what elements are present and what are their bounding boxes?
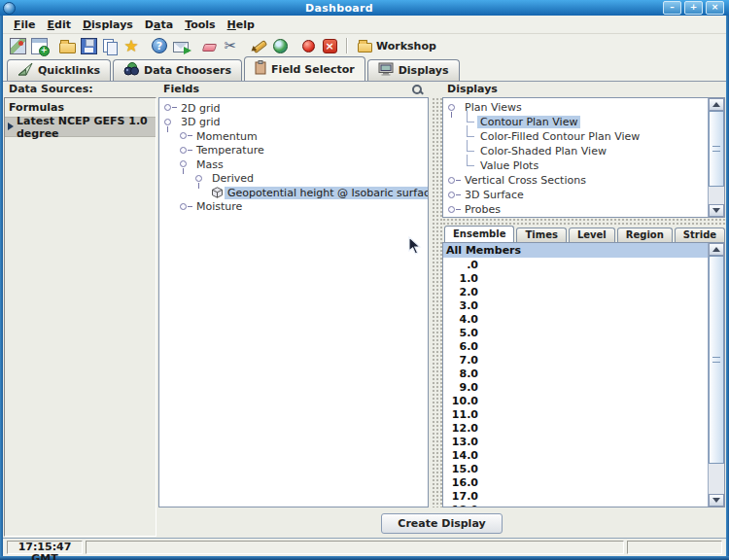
data-source-latest-ncep-gefs-1-0-degree[interactable]: Latest NCEP GEFS 1.0 degree <box>5 118 156 137</box>
tree-item-mass[interactable]: Mass <box>159 158 428 172</box>
ensemble-item-4-0[interactable]: 4.0 <box>443 312 708 326</box>
tree-toggle-icon[interactable] <box>448 191 462 200</box>
tab-field-selector[interactable]: Field Selector <box>244 56 365 81</box>
subset-tab-times[interactable]: Times <box>516 228 566 242</box>
vertical-splitter[interactable] <box>432 97 442 508</box>
record-button[interactable] <box>297 35 319 56</box>
ensemble-item-8-0[interactable]: 8.0 <box>443 367 708 380</box>
scroll-up-button[interactable] <box>709 98 724 111</box>
tree-item-2d-grid[interactable]: 2D grid <box>159 101 428 116</box>
ensemble-item-1-0[interactable]: 1.0 <box>443 271 708 285</box>
tree-toggle-icon[interactable] <box>180 159 193 169</box>
scroll-down-button[interactable] <box>709 494 724 507</box>
menu-tools[interactable]: Tools <box>179 18 221 32</box>
search-icon[interactable] <box>411 84 423 95</box>
minimize-button[interactable]: – <box>663 1 681 15</box>
new-window-button[interactable] <box>28 35 50 56</box>
subset-tab-ensemble[interactable]: Ensemble <box>444 226 514 242</box>
tree-toggle-icon[interactable] <box>448 205 462 215</box>
open-folder-button[interactable] <box>56 35 78 56</box>
toolbar-separator <box>346 38 348 53</box>
scrollbar-track[interactable] <box>709 256 724 494</box>
ensemble-item-12-0[interactable]: 12.0 <box>443 421 708 435</box>
scrollbar-track[interactable] <box>709 111 724 204</box>
tree-toggle-icon[interactable] <box>195 174 209 184</box>
favorite-button[interactable]: ★ <box>121 35 142 56</box>
subset-tab-region[interactable]: Region <box>617 228 673 242</box>
scroll-down-button[interactable] <box>709 204 724 217</box>
menu-data[interactable]: Data <box>139 18 179 32</box>
ensemble-item-18-0[interactable]: 18.0 <box>443 503 708 508</box>
maximize-button[interactable]: + <box>684 1 703 15</box>
ensemble-item-10-0[interactable]: 10.0 <box>443 394 708 407</box>
delete-button[interactable]: × <box>319 35 340 56</box>
close-button[interactable]: × <box>706 1 724 15</box>
tree-toggle-icon[interactable] <box>164 103 178 113</box>
globe-button[interactable] <box>269 35 291 56</box>
ensemble-item-17-0[interactable]: 17.0 <box>443 489 708 503</box>
help-button[interactable]: ? <box>149 35 170 56</box>
ensemble-item-9-0[interactable]: 9.0 <box>443 380 708 394</box>
menu-help[interactable]: Help <box>222 18 260 32</box>
displays-scrollbar[interactable] <box>708 98 724 217</box>
save-button[interactable] <box>78 35 99 56</box>
scroll-up-button[interactable] <box>709 243 724 256</box>
ensemble-item-16-0[interactable]: 16.0 <box>443 475 708 489</box>
tree-item-color-filled-contour-plan-view[interactable]: Color-Filled Contour Plan View <box>443 129 708 144</box>
ensemble-scrollbar[interactable] <box>708 243 724 507</box>
scrollbar-thumb[interactable] <box>709 111 724 187</box>
cut-button[interactable]: ✂ <box>220 35 241 56</box>
menu-file[interactable]: File <box>8 18 42 32</box>
ensemble-value: 6.0 <box>443 340 478 353</box>
subset-tab-level[interactable]: Level <box>569 228 615 242</box>
ensemble-item-7-0[interactable]: 7.0 <box>443 353 708 367</box>
tree-item-color-shaded-plan-view[interactable]: Color-Shaded Plan View <box>443 144 708 158</box>
ensemble-item-6-0[interactable]: 6.0 <box>443 339 708 353</box>
ensemble-item-3-0[interactable]: 3.0 <box>443 298 708 312</box>
eraser-button[interactable] <box>198 35 220 56</box>
tree-item-derived[interactable]: Derived <box>159 172 428 187</box>
subset-tab-stride[interactable]: Stride <box>675 228 725 242</box>
copy-button[interactable] <box>99 35 121 56</box>
tab-displays[interactable]: Displays <box>367 59 460 81</box>
menu-edit[interactable]: Edit <box>42 18 77 32</box>
ensemble-item-0[interactable]: .0 <box>443 258 708 271</box>
tree-item-geopotential-height-isobaric-surface[interactable]: Geopotential height @ Isobaric surface <box>159 186 428 200</box>
tree-toggle-icon[interactable] <box>164 118 178 127</box>
tree-item-moisture[interactable]: Moisture <box>159 200 428 215</box>
tree-item-probes[interactable]: Probes <box>443 202 708 217</box>
workshop-button[interactable]: Workshop <box>354 38 440 53</box>
tree-item-temperature[interactable]: Temperature <box>159 144 428 158</box>
fields-title: Fields <box>158 82 199 97</box>
dashboard-button[interactable] <box>7 35 28 56</box>
tree-item-contour-plan-view[interactable]: Contour Plan View <box>443 115 708 129</box>
ensemble-item-14-0[interactable]: 14.0 <box>443 448 708 462</box>
tree-toggle-icon[interactable] <box>180 202 193 212</box>
tree-toggle-icon[interactable] <box>448 103 462 113</box>
tree-toggle-icon[interactable] <box>180 131 193 141</box>
ensemble-item-15-0[interactable]: 15.0 <box>443 462 708 475</box>
ensemble-item-all-members[interactable]: All Members <box>443 243 708 258</box>
tree-toggle-icon[interactable] <box>180 146 193 156</box>
create-display-button[interactable]: Create Display <box>381 513 502 534</box>
tree-item-plan-views[interactable]: Plan Views <box>443 100 708 115</box>
tab-quicklinks[interactable]: Quicklinks <box>7 59 111 81</box>
ensemble-item-2-0[interactable]: 2.0 <box>443 285 708 298</box>
send-mail-icon <box>173 42 189 52</box>
send-mail-button[interactable] <box>170 35 191 56</box>
horizontal-splitter[interactable] <box>442 218 725 226</box>
scrollbar-thumb[interactable] <box>709 256 724 464</box>
title-bar[interactable]: Dashboard – + × <box>0 0 729 16</box>
pencil-button[interactable] <box>248 35 269 56</box>
tree-item-value-plots[interactable]: Value Plots <box>443 158 708 173</box>
tree-item-momentum[interactable]: Momentum <box>159 129 428 144</box>
tree-item-3d-surface[interactable]: 3D Surface <box>443 188 708 202</box>
ensemble-item-13-0[interactable]: 13.0 <box>443 435 708 448</box>
tree-toggle-icon[interactable] <box>448 176 462 186</box>
tree-item-3d-grid[interactable]: 3D grid <box>159 116 428 130</box>
menu-displays[interactable]: Displays <box>77 18 139 32</box>
tree-item-vertical-cross-sections[interactable]: Vertical Cross Sections <box>443 173 708 188</box>
ensemble-item-11-0[interactable]: 11.0 <box>443 407 708 421</box>
tab-data-choosers[interactable]: Data Choosers <box>113 59 242 81</box>
ensemble-item-5-0[interactable]: 5.0 <box>443 326 708 339</box>
